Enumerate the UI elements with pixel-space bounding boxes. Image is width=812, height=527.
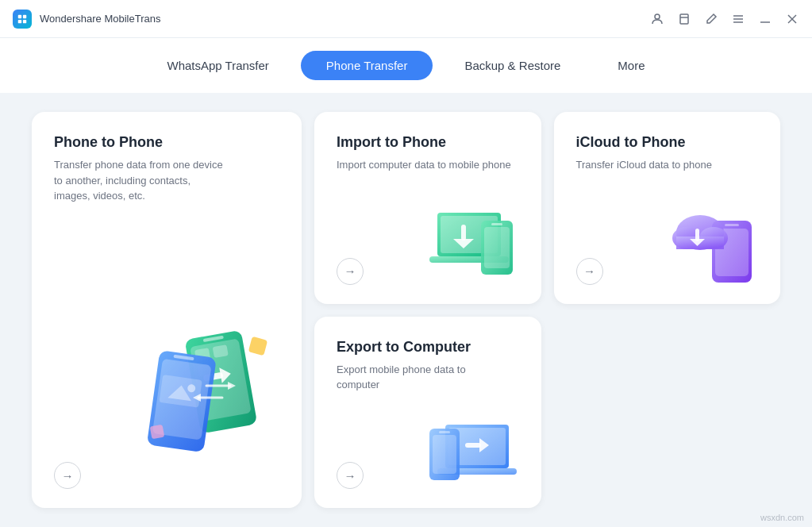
- card-export-desc: Export mobile phone data to computer: [337, 362, 511, 393]
- svg-rect-27: [150, 425, 165, 440]
- svg-rect-17: [194, 348, 210, 361]
- svg-rect-39: [715, 229, 749, 276]
- svg-rect-0: [18, 14, 21, 17]
- svg-rect-36: [484, 227, 510, 268]
- svg-rect-2: [18, 19, 21, 22]
- svg-point-43: [699, 227, 728, 249]
- svg-rect-1: [23, 14, 26, 17]
- menu-icon[interactable]: [731, 12, 745, 26]
- import-illustration: [425, 201, 529, 291]
- svg-rect-44: [676, 237, 724, 249]
- close-icon[interactable]: [785, 12, 799, 26]
- svg-rect-47: [445, 425, 509, 468]
- card-export-to-computer[interactable]: Export to Computer Export mobile phone d…: [314, 317, 541, 509]
- svg-rect-22: [173, 355, 194, 361]
- card-icloud-arrow[interactable]: →: [576, 258, 603, 285]
- svg-rect-15: [203, 372, 224, 382]
- svg-marker-28: [228, 382, 236, 390]
- main-content: Phone to Phone Transfer phone data from …: [0, 93, 812, 527]
- svg-marker-24: [167, 383, 193, 401]
- card-phone-to-phone-desc: Transfer phone data from one device to a…: [54, 157, 229, 204]
- svg-rect-12: [185, 330, 258, 434]
- svg-rect-53: [433, 435, 456, 474]
- card-icloud-to-phone[interactable]: iCloud to Phone Transfer iCloud data to …: [554, 112, 781, 304]
- card-icloud-desc: Transfer iCloud data to phone: [576, 157, 751, 173]
- card-phone-to-phone-arrow[interactable]: →: [54, 462, 81, 489]
- card-phone-to-phone[interactable]: Phone to Phone Transfer phone data from …: [32, 112, 302, 508]
- svg-rect-23: [159, 375, 202, 408]
- svg-rect-37: [491, 223, 502, 225]
- svg-rect-54: [439, 431, 450, 433]
- card-import-arrow[interactable]: →: [337, 258, 364, 285]
- svg-rect-33: [461, 225, 466, 240]
- svg-marker-16: [219, 366, 232, 383]
- svg-rect-19: [197, 364, 213, 377]
- svg-rect-3: [23, 19, 26, 22]
- svg-marker-46: [690, 239, 705, 246]
- window-controls: [650, 12, 799, 26]
- nav-bar: WhatsApp Transfer Phone Transfer Backup …: [0, 38, 812, 93]
- app-title: Wondershare MobileTrans: [40, 13, 650, 25]
- title-bar: Wondershare MobileTrans: [0, 0, 812, 38]
- svg-rect-26: [248, 337, 267, 356]
- svg-rect-48: [448, 428, 506, 465]
- export-illustration: [425, 405, 529, 495]
- tab-more[interactable]: More: [592, 51, 670, 80]
- svg-rect-18: [213, 344, 229, 358]
- svg-rect-52: [429, 429, 460, 480]
- tab-whatsapp-transfer[interactable]: WhatsApp Transfer: [141, 51, 294, 80]
- card-phone-to-phone-title: Phone to Phone: [54, 134, 279, 151]
- svg-point-25: [187, 384, 196, 393]
- svg-rect-38: [712, 221, 752, 283]
- card-import-title: Import to Phone: [337, 134, 519, 151]
- svg-rect-49: [437, 468, 517, 475]
- svg-marker-51: [479, 438, 489, 452]
- watermark: wsxdn.com: [760, 513, 804, 522]
- svg-marker-29: [193, 394, 201, 402]
- card-icloud-title: iCloud to Phone: [576, 134, 759, 151]
- svg-rect-45: [695, 229, 699, 241]
- phone-to-phone-illustration: [135, 314, 294, 460]
- minimize-icon[interactable]: [758, 12, 772, 26]
- svg-marker-34: [453, 239, 474, 248]
- svg-point-4: [655, 14, 660, 19]
- svg-rect-21: [152, 359, 212, 440]
- svg-point-41: [676, 215, 724, 250]
- bookmark-icon[interactable]: [677, 12, 691, 26]
- svg-rect-13: [190, 338, 252, 421]
- tab-backup-restore[interactable]: Backup & Restore: [439, 51, 586, 80]
- card-import-to-phone[interactable]: Import to Phone Import computer data to …: [314, 112, 541, 304]
- card-export-arrow[interactable]: →: [337, 462, 364, 489]
- svg-rect-35: [481, 221, 513, 275]
- svg-rect-14: [203, 336, 224, 342]
- svg-rect-32: [429, 256, 509, 263]
- card-export-title: Export to Computer: [337, 339, 519, 356]
- svg-rect-31: [441, 216, 498, 253]
- svg-rect-40: [725, 224, 739, 226]
- svg-rect-30: [437, 213, 501, 256]
- profile-icon[interactable]: [650, 12, 664, 26]
- edit-icon[interactable]: [704, 12, 718, 26]
- svg-rect-5: [680, 14, 688, 24]
- svg-point-42: [672, 227, 701, 249]
- icloud-illustration: [672, 201, 768, 291]
- svg-rect-50: [465, 443, 481, 448]
- tab-phone-transfer[interactable]: Phone Transfer: [301, 51, 433, 80]
- svg-rect-20: [147, 350, 217, 452]
- card-import-desc: Import computer data to mobile phone: [337, 157, 511, 173]
- cards-grid: Phone to Phone Transfer phone data from …: [32, 112, 780, 508]
- app-logo: [13, 10, 32, 29]
